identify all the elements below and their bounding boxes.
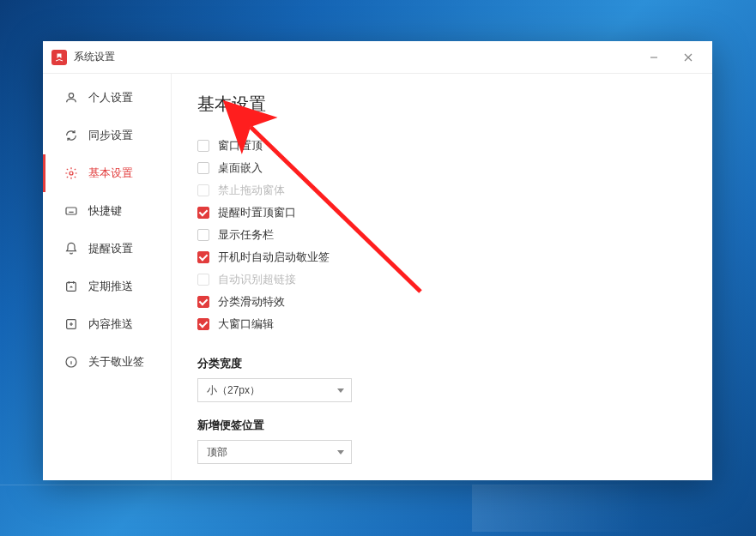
check-label: 桌面嵌入 (218, 160, 263, 176)
group-completed-action: 已完成动作 置底 (197, 479, 686, 480)
check-remind-topmost[interactable]: 提醒时置顶窗口 (197, 202, 686, 224)
check-large-window-edit[interactable]: 大窗口编辑 (197, 313, 686, 335)
window-title: 系统设置 (74, 50, 115, 64)
sidebar-item-about[interactable]: 关于敬业签 (43, 343, 171, 381)
svg-point-3 (69, 93, 73, 98)
checkbox-icon (197, 162, 209, 174)
checkbox-icon (197, 251, 209, 263)
sidebar-item-reminder[interactable]: 提醒设置 (43, 230, 171, 268)
check-show-taskbar[interactable]: 显示任务栏 (197, 224, 686, 246)
calendar-push-icon (64, 280, 78, 293)
select-new-note-position[interactable]: 顶部 (197, 440, 352, 464)
titlebar: 系统设置 (43, 41, 712, 74)
minimize-button[interactable] (637, 45, 671, 70)
sidebar-item-label: 基本设置 (88, 166, 133, 181)
app-icon (51, 50, 67, 65)
checkbox-icon (197, 274, 209, 286)
sidebar-item-scheduled-push[interactable]: 定期推送 (43, 268, 171, 305)
sidebar-item-label: 个人设置 (88, 90, 133, 105)
check-autostart[interactable]: 开机时自动启动敬业签 (197, 246, 686, 268)
check-label: 禁止拖动窗体 (218, 183, 285, 198)
sidebar-item-content-push[interactable]: 内容推送 (43, 305, 171, 343)
svg-point-4 (70, 172, 73, 175)
form-label: 分类宽度 (197, 356, 686, 371)
info-icon (64, 355, 78, 369)
keyboard-icon (64, 204, 78, 218)
check-label: 提醒时置顶窗口 (218, 205, 296, 220)
check-label: 大窗口编辑 (218, 316, 274, 332)
checkbox-icon (197, 296, 209, 308)
group-new-note-position: 新增便签位置 顶部 (197, 418, 686, 464)
sidebar-item-basic[interactable]: 基本设置 (43, 154, 171, 192)
gear-icon (64, 166, 78, 180)
check-label: 分类滑动特效 (218, 294, 285, 310)
sidebar: 个人设置 同步设置 基本设置 快捷键 (43, 74, 172, 480)
chevron-down-icon (337, 388, 344, 393)
sidebar-item-shortcuts[interactable]: 快捷键 (43, 192, 171, 230)
bell-icon (64, 242, 78, 256)
sidebar-item-personal[interactable]: 个人设置 (43, 79, 171, 117)
select-category-width[interactable]: 小（27px） (197, 378, 352, 402)
check-label: 显示任务栏 (218, 227, 274, 243)
sync-icon (64, 129, 78, 142)
select-value: 小（27px） (207, 383, 260, 398)
checkbox-icon (197, 184, 209, 196)
check-label: 窗口置顶 (218, 138, 263, 154)
content-push-icon (64, 317, 78, 331)
sidebar-item-label: 关于敬业签 (88, 354, 144, 370)
sidebar-item-label: 定期推送 (88, 279, 133, 294)
form-label: 新增便签位置 (197, 418, 686, 433)
check-disable-drag[interactable]: 禁止拖动窗体 (197, 179, 686, 202)
sidebar-item-label: 内容推送 (88, 316, 133, 332)
content-panel: 基本设置 窗口置顶 桌面嵌入 禁止拖动窗体 提醒时置顶窗口 (172, 74, 712, 480)
check-category-slide[interactable]: 分类滑动特效 (197, 291, 686, 313)
sidebar-item-label: 快捷键 (88, 203, 122, 219)
sidebar-item-sync[interactable]: 同步设置 (43, 117, 171, 154)
checkbox-icon (197, 229, 209, 241)
checkbox-list: 窗口置顶 桌面嵌入 禁止拖动窗体 提醒时置顶窗口 显示任务栏 (197, 135, 686, 335)
checkbox-icon (197, 318, 209, 330)
checkbox-icon (197, 207, 209, 219)
check-label: 自动识别超链接 (218, 272, 296, 287)
close-button[interactable] (671, 45, 705, 70)
sidebar-item-label: 提醒设置 (88, 241, 133, 256)
svg-rect-5 (66, 208, 76, 214)
form-label: 已完成动作 (197, 479, 686, 480)
check-auto-hyperlink[interactable]: 自动识别超链接 (197, 268, 686, 291)
check-label: 开机时自动启动敬业签 (218, 250, 330, 265)
group-category-width: 分类宽度 小（27px） (197, 356, 686, 402)
page-heading: 基本设置 (197, 93, 686, 116)
select-value: 顶部 (207, 445, 227, 460)
check-desktop-embed[interactable]: 桌面嵌入 (197, 157, 686, 179)
chevron-down-icon (337, 450, 344, 455)
settings-window: 系统设置 个人设置 同步设置 (43, 41, 712, 480)
checkbox-icon (197, 140, 209, 152)
user-icon (64, 91, 78, 105)
check-window-topmost[interactable]: 窗口置顶 (197, 135, 686, 157)
sidebar-item-label: 同步设置 (88, 128, 133, 143)
